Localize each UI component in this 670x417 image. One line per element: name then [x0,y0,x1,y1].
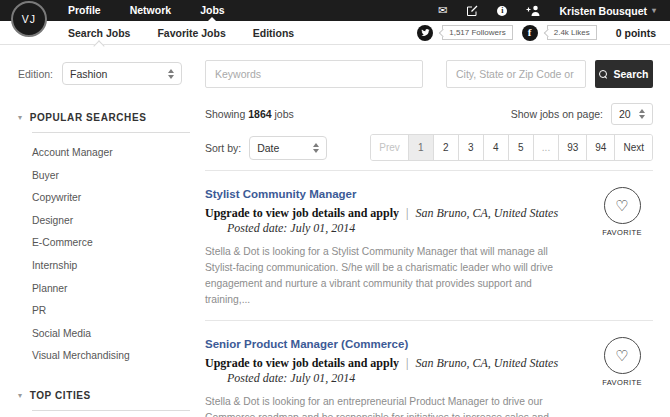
job-details: Stylist Community Manager Upgrade to vie… [205,184,591,308]
pagination-page-1[interactable]: 1 [408,135,433,160]
job-title-link[interactable]: Senior Product Manager (Commerce) [205,338,408,350]
points-counter: 0 points [616,27,656,39]
job-details: Senior Product Manager (Commerce) Upgrad… [205,334,591,417]
pagination-prev[interactable]: Prev [371,135,408,160]
favorite-control: ♡ FAVORITE [591,334,653,417]
mail-icon[interactable]: ✉ [438,5,447,16]
favorite-label: FAVORITE [602,378,642,387]
popular-search-link[interactable]: PR [32,305,46,316]
user-menu[interactable]: Kristen Bousquet ▾ [559,5,656,17]
per-page-select[interactable]: 20 [611,103,653,125]
jobs-subnav: Search Jobs Favorite Jobs Editions [68,21,294,45]
page-content: Edition: Fashion ▾ POPULAR SEARCHES Acco… [0,45,670,417]
job-meta-line: Upgrade to view job details and apply | … [205,206,577,236]
list-item: Visual Merchandising [32,345,205,363]
pagination-next[interactable]: Next [614,135,652,160]
pagination-page-93[interactable]: 93 [558,135,586,160]
compose-icon[interactable] [466,5,478,17]
list-item: Account Manager [32,142,205,160]
add-user-icon[interactable] [526,5,540,16]
tab-search-jobs[interactable]: Search Jobs [68,21,130,45]
popular-searches-header[interactable]: ▾ POPULAR SEARCHES [18,112,205,123]
favorite-label: FAVORITE [602,228,642,237]
twitter-icon[interactable] [417,25,433,41]
nav-item-jobs[interactable]: Jobs [200,0,225,21]
sort-control: Sort by: Date [205,136,327,160]
tab-editions[interactable]: Editions [253,21,294,45]
popular-searches-list: Account Manager Buyer Copywriter Designe… [32,142,205,363]
select-arrows-icon [313,143,319,153]
favorite-control: ♡ FAVORITE [591,184,653,308]
pagination-page-5[interactable]: 5 [508,135,533,160]
job-listing: Stylist Community Manager Upgrade to vie… [205,170,653,320]
upgrade-text: Upgrade to view job details and apply [205,206,399,220]
sort-value: Date [257,142,279,154]
popular-search-link[interactable]: E-Commerce [32,237,93,248]
favorite-button[interactable]: ♡ [604,187,641,224]
search-button-label: Search [613,68,648,80]
edition-select[interactable]: Fashion [62,62,182,85]
user-name: Kristen Bousquet [559,5,647,17]
top-bar: VJ Profile Network Jobs ✉ i Kristen Bous… [0,0,670,21]
popular-search-link[interactable]: Account Manager [32,147,113,158]
topbar-actions: ✉ i Kristen Bousquet ▾ [438,5,670,17]
job-description: Stella & Dot is looking for an entrepren… [205,394,577,417]
sort-select[interactable]: Date [249,136,327,160]
top-cities-title: TOP CITIES [30,390,91,401]
nav-item-profile[interactable]: Profile [68,0,101,21]
sort-pagination-row: Sort by: Date Prev 1 2 3 4 5 ... 93 94 N… [205,134,653,161]
popular-search-link[interactable]: Social Media [32,328,91,339]
meta-divider: | [406,206,408,220]
job-search-form: Search [205,60,653,88]
job-meta-line: Upgrade to view job details and apply | … [205,356,577,386]
collapse-caret-icon: ▾ [18,113,23,122]
list-item: Copywriter [32,187,205,205]
meta-divider: | [406,356,408,370]
search-icon [599,70,608,79]
main-panel: Search Showing 1864 jobs Show jobs on pa… [205,45,670,417]
popular-search-link[interactable]: Internship [32,260,77,271]
job-posted-date: Posted date: July 01, 2014 [227,221,355,235]
edition-row: Edition: Fashion [18,62,205,85]
collapse-caret-icon: ▾ [18,391,23,400]
edition-value: Fashion [70,68,107,80]
popular-search-link[interactable]: Designer [32,215,73,226]
pagination-page-2[interactable]: 2 [433,135,458,160]
popular-search-link[interactable]: Copywriter [32,192,81,203]
job-location: San Bruno, CA, United States [415,206,558,220]
heart-icon: ♡ [615,348,628,363]
upgrade-text: Upgrade to view job details and apply [205,356,399,370]
popular-search-link[interactable]: Visual Merchandising [32,350,130,361]
pagination-page-94[interactable]: 94 [586,135,614,160]
popular-search-link[interactable]: Planner [32,283,68,294]
job-title-link[interactable]: Stylist Community Manager [205,188,356,200]
followers-badge: 1,517 Followers [442,25,512,40]
nav-item-network[interactable]: Network [130,0,171,21]
popular-search-link[interactable]: Buyer [32,170,59,181]
list-item: E-Commerce [32,232,205,250]
pagination-page-3[interactable]: 3 [458,135,483,160]
per-page-control: Show jobs on page: 20 [511,103,653,125]
keywords-input[interactable] [205,60,423,88]
select-arrows-icon [168,69,174,79]
list-item: Buyer [32,165,205,183]
heart-icon: ♡ [615,198,628,213]
tab-favorite-jobs[interactable]: Favorite Jobs [157,21,225,45]
job-posted-date: Posted date: July 01, 2014 [227,371,355,385]
list-item: Planner [32,278,205,296]
facebook-icon[interactable]: f [522,25,538,41]
info-icon[interactable]: i [497,6,507,16]
job-location: San Bruno, CA, United States [415,356,558,370]
search-button[interactable]: Search [595,60,653,88]
brand-logo[interactable]: VJ [11,1,47,37]
pagination: Prev 1 2 3 4 5 ... 93 94 Next [370,134,653,161]
pagination-page-4[interactable]: 4 [483,135,508,160]
job-listing: Senior Product Manager (Commerce) Upgrad… [205,320,653,417]
primary-nav: Profile Network Jobs [68,0,225,21]
per-page-label: Show jobs on page: [511,108,603,120]
results-meta-row: Showing 1864 jobs Show jobs on page: 20 [205,103,653,125]
location-input[interactable] [446,60,586,88]
list-item: Social Media [32,323,205,341]
favorite-button[interactable]: ♡ [604,337,641,374]
top-cities-header[interactable]: ▾ TOP CITIES [18,390,205,401]
